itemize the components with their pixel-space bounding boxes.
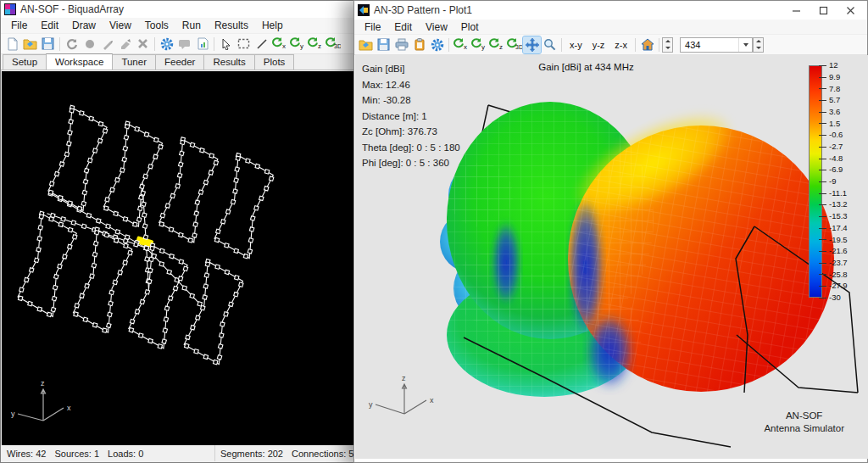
workspace-canvas[interactable]: z x y xyxy=(2,71,355,448)
new-file-icon[interactable] xyxy=(3,36,21,53)
gain-info-line: Distance [m]: 1 xyxy=(362,111,460,121)
view-yz-button[interactable]: y-z xyxy=(587,38,610,52)
main-menu-item[interactable]: Draw xyxy=(65,19,103,32)
plot-menubar: FileEditViewPlot xyxy=(354,20,867,35)
plot-menu-item[interactable]: File xyxy=(358,20,387,34)
print-icon[interactable] xyxy=(392,36,410,53)
plot-menu-item[interactable]: Plot xyxy=(454,20,486,34)
main-menu-item[interactable]: File xyxy=(4,19,34,32)
settings-gear-icon[interactable] xyxy=(428,36,446,53)
tab-setup[interactable]: Setup xyxy=(3,54,47,70)
plot-menu-item[interactable]: Edit xyxy=(387,20,419,34)
main-menubar: FileEditDrawViewToolsRunResultsHelp xyxy=(1,18,355,34)
plot-window-title: AN-3D Pattern - Plot1 xyxy=(374,4,472,16)
svg-text:z: z xyxy=(318,42,321,50)
undo-icon[interactable] xyxy=(63,36,81,53)
rotate-z-icon[interactable]: z xyxy=(306,36,324,53)
home-icon[interactable] xyxy=(638,36,656,53)
status-field: Wires: 42 xyxy=(7,449,46,459)
phase-spinner[interactable] xyxy=(662,37,673,53)
plot-menu-item[interactable]: View xyxy=(419,20,454,34)
tab-tuner[interactable]: Tuner xyxy=(112,54,156,70)
report-icon[interactable] xyxy=(193,36,211,53)
svg-text:3D: 3D xyxy=(515,44,522,50)
pan-move-icon[interactable] xyxy=(523,36,541,53)
delete-icon[interactable] xyxy=(134,36,152,53)
main-menu-item[interactable]: Help xyxy=(255,19,290,32)
edit-tool-icon[interactable] xyxy=(116,36,134,53)
plot-window: AN-3D Pattern - Plot1 FileEditViewPlot x… xyxy=(353,0,868,463)
colorbar-tick-label: -23.7 xyxy=(819,257,848,269)
main-statusbar: Wires: 42Sources: 1Loads: 0 Segments: 20… xyxy=(2,445,354,461)
main-menu-item[interactable]: Run xyxy=(175,19,208,32)
point-tool-icon[interactable] xyxy=(81,36,98,53)
gain-info-line: Zc [Ohm]: 376.73 xyxy=(362,126,460,137)
main-menu-item[interactable]: View xyxy=(103,19,138,32)
comment-icon[interactable] xyxy=(175,36,193,53)
frequency-dropdown[interactable]: 434 xyxy=(680,37,753,53)
plot-3d-area[interactable]: Gain [dBi] at 434 MHz Gain [dBi]Max: 12.… xyxy=(355,55,868,459)
cursor-icon[interactable] xyxy=(217,36,235,53)
rotate-3d-icon[interactable]: 3D xyxy=(505,36,523,53)
rotate-y-icon[interactable]: y xyxy=(288,36,306,53)
colorbar-tick-label: 5.7 xyxy=(819,94,848,106)
status-field: Connections: 54 xyxy=(292,449,354,459)
view-xy-button[interactable]: x-y xyxy=(565,38,587,52)
svg-text:x: x xyxy=(282,42,286,50)
plot-axis-z-label: z xyxy=(402,374,406,382)
main-menu-item[interactable]: Edit xyxy=(34,19,65,32)
copy-icon[interactable] xyxy=(410,36,428,53)
wireframe-antenna: z x y xyxy=(2,71,355,448)
save-icon[interactable] xyxy=(375,36,392,53)
tab-results[interactable]: Results xyxy=(203,54,254,70)
tab-workspace[interactable]: Workspace xyxy=(46,53,113,70)
frequency-spinner[interactable] xyxy=(753,37,764,53)
plot-app-icon xyxy=(358,4,370,16)
maximize-button[interactable] xyxy=(810,2,837,19)
watermark: AN-SOF Antenna Simulator xyxy=(764,410,844,435)
rotate-y-icon[interactable]: y xyxy=(470,36,487,53)
plot-titlebar: AN-3D Pattern - Plot1 xyxy=(354,1,867,20)
colorbar-tick-label: -30 xyxy=(819,292,848,304)
colorbar-tick-label: -9 xyxy=(819,176,848,187)
save-icon[interactable] xyxy=(39,36,57,53)
rotate-x-icon[interactable]: x xyxy=(270,36,288,53)
workspace-axis-triad xyxy=(18,389,64,421)
line-tool-icon[interactable] xyxy=(253,36,270,53)
main-menu-item[interactable]: Results xyxy=(208,19,255,32)
main-titlebar: AN-SOF - BiquadArray xyxy=(1,1,355,18)
tab-feeder[interactable]: Feeder xyxy=(155,54,204,70)
open-folder-icon[interactable] xyxy=(357,36,375,53)
rotate-3d-icon[interactable]: 3D xyxy=(324,36,342,53)
status-field: Loads: 0 xyxy=(108,449,143,459)
svg-text:z: z xyxy=(499,43,503,51)
colorbar-tick-label: -11.1 xyxy=(819,187,848,199)
status-field: Segments: 202 xyxy=(220,449,283,459)
colorbar-tick-label: 7.8 xyxy=(819,83,848,95)
tab-plots[interactable]: Plots xyxy=(254,54,295,70)
colorbar-tick-label: -13.2 xyxy=(819,198,848,210)
plot-axis-triad xyxy=(376,384,426,414)
svg-text:3D: 3D xyxy=(334,43,341,49)
colorbar-tick-label: -4.8 xyxy=(819,153,848,165)
settings-gear-icon[interactable] xyxy=(158,36,175,53)
minimize-button[interactable] xyxy=(782,2,810,19)
rotate-x-icon[interactable]: x xyxy=(452,36,470,53)
open-folder-icon[interactable] xyxy=(21,36,39,53)
colorbar-tick-label: -17.4 xyxy=(819,222,848,234)
selection-box-icon[interactable] xyxy=(235,36,253,53)
rotate-z-icon[interactable]: z xyxy=(487,36,505,53)
close-button[interactable] xyxy=(837,2,864,19)
view-zx-button[interactable]: z-x xyxy=(609,38,632,52)
chevron-down-icon[interactable] xyxy=(738,38,752,52)
watermark-line1: AN-SOF xyxy=(764,410,844,422)
gain-info-line: Max: 12.46 xyxy=(362,80,460,90)
plot-toolbar: x y z 3D x-y y-z z-x 434 xyxy=(354,35,867,55)
zoom-icon[interactable] xyxy=(541,36,559,53)
svg-text:y: y xyxy=(300,42,303,50)
colorbar-tick-label: -21.6 xyxy=(819,245,848,257)
axis-y-label: y xyxy=(11,410,15,418)
gain-info-line: Gain [dBi] xyxy=(362,64,460,74)
main-menu-item[interactable]: Tools xyxy=(138,19,175,32)
draw-wire-icon[interactable] xyxy=(98,36,116,53)
